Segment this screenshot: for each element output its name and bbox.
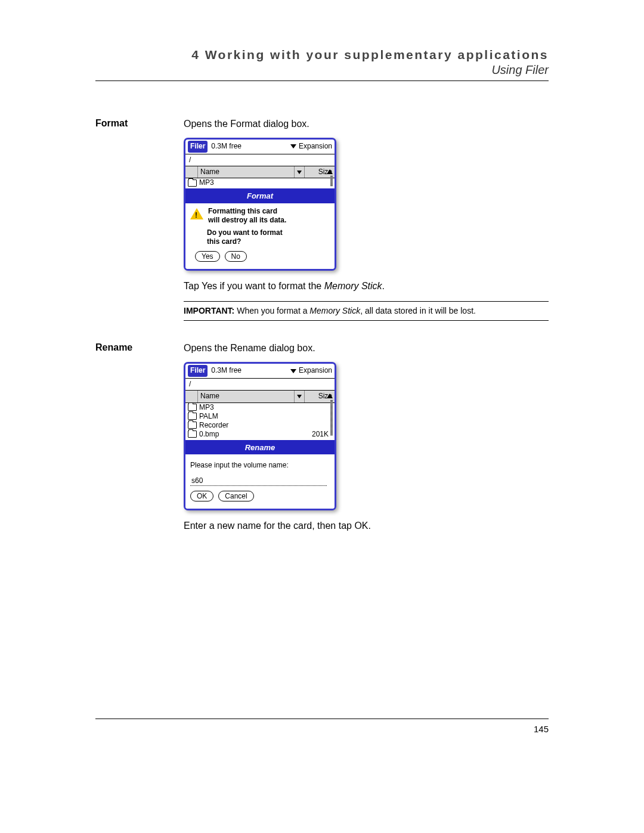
cancel-button[interactable]: Cancel	[218, 491, 253, 501]
list-item[interactable]: MP3	[185, 178, 335, 187]
col-name[interactable]: Name	[198, 166, 295, 178]
chevron-down-icon	[290, 144, 296, 148]
chevron-down-icon	[290, 369, 296, 373]
chevron-down-icon	[297, 171, 302, 174]
column-header-row: Name Size	[185, 391, 335, 402]
page-header: 4 Working with your supplementary applic…	[95, 48, 549, 81]
chevron-down-icon	[297, 395, 302, 398]
entry-rename: Rename Opens the Rename dialog box. File…	[95, 341, 549, 540]
storage-dropdown[interactable]: Expansion	[290, 366, 332, 376]
chapter-title: 4 Working with your supplementary applic…	[95, 48, 549, 62]
folder-icon	[188, 179, 197, 187]
rename-caption: Enter a new name for the card, then tap …	[184, 519, 549, 532]
dialog-title: Format	[185, 190, 335, 203]
list-item[interactable]: Recorder	[185, 421, 335, 430]
file-icon	[188, 431, 197, 438]
input-label: Please input the volume name:	[190, 460, 330, 470]
rename-desc: Opens the Rename dialog box.	[184, 341, 549, 355]
file-name: PALM	[199, 412, 333, 421]
format-caption: Tap Yes if you want to format the Memory…	[184, 279, 549, 293]
volume-name-input[interactable]	[190, 476, 327, 486]
list-item[interactable]: 0.bmp 201K	[185, 430, 335, 439]
page-number: 145	[534, 724, 549, 734]
warning-text: Formatting this card will destroy all it…	[208, 207, 286, 225]
folder-icon	[188, 404, 197, 411]
file-name: MP3	[199, 178, 333, 187]
list-item[interactable]: PALM	[185, 412, 335, 421]
storage-dropdown[interactable]: Expansion	[290, 141, 332, 151]
list-item[interactable]: MP3	[185, 403, 335, 412]
dialog-title: Rename	[185, 441, 335, 455]
file-name: MP3	[199, 403, 333, 412]
scroll-up-icon[interactable]	[327, 394, 333, 398]
entry-format: Format Opens the Format dialog box. File…	[95, 117, 549, 335]
path-label: /	[185, 379, 335, 391]
file-name: Recorder	[199, 421, 333, 430]
format-desc: Opens the Format dialog box.	[184, 117, 549, 131]
app-badge: Filer	[188, 365, 208, 376]
entry-label-rename: Rename	[95, 341, 167, 540]
important-note: IMPORTANT: When you format a Memory Stic…	[184, 301, 549, 321]
dialog-question: Do you want to format this card?	[207, 228, 330, 246]
free-space-label: 0.3M free	[211, 366, 290, 376]
folder-icon	[188, 413, 197, 420]
entry-label-format: Format	[95, 117, 167, 335]
col-name[interactable]: Name	[198, 391, 295, 402]
section-title: Using Filer	[95, 63, 549, 77]
scroll-up-icon[interactable]	[327, 169, 333, 174]
important-label: IMPORTANT:	[184, 306, 234, 315]
format-dialog: Format Formatting this card will destroy…	[185, 188, 335, 269]
scrollbar[interactable]	[330, 176, 333, 187]
no-button[interactable]: No	[225, 251, 247, 262]
yes-button[interactable]: Yes	[195, 251, 220, 262]
screenshot-rename: Filer 0.3M free Expansion / Name Size	[184, 362, 336, 510]
warning-icon	[190, 208, 203, 219]
app-badge: Filer	[188, 141, 208, 152]
file-name: 0.bmp	[199, 430, 304, 439]
ok-button[interactable]: OK	[190, 491, 213, 501]
screenshot-format: Filer 0.3M free Expansion / Name Size	[184, 138, 336, 271]
sort-button[interactable]	[295, 166, 305, 178]
file-size: 201K	[304, 430, 333, 439]
folder-icon	[188, 422, 197, 429]
page-footer: 145	[95, 719, 549, 734]
column-header-row: Name Size	[185, 166, 335, 178]
rename-dialog: Rename Please input the volume name: OK …	[185, 440, 335, 509]
free-space-label: 0.3M free	[211, 141, 290, 151]
storage-dropdown-label: Expansion	[299, 141, 332, 151]
storage-dropdown-label: Expansion	[299, 366, 332, 376]
scrollbar[interactable]	[330, 400, 333, 436]
sort-button[interactable]	[295, 391, 305, 402]
path-label: /	[185, 154, 335, 166]
